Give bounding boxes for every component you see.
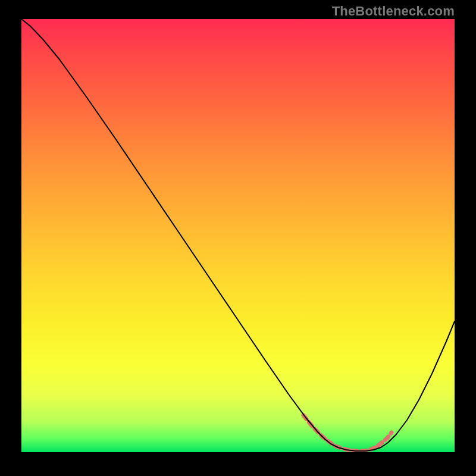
marker-band-path [303, 415, 392, 451]
chart-svg [21, 19, 455, 452]
main-curve-path [21, 19, 455, 451]
plot-area [21, 19, 455, 452]
watermark-text: TheBottleneck.com [332, 4, 455, 19]
